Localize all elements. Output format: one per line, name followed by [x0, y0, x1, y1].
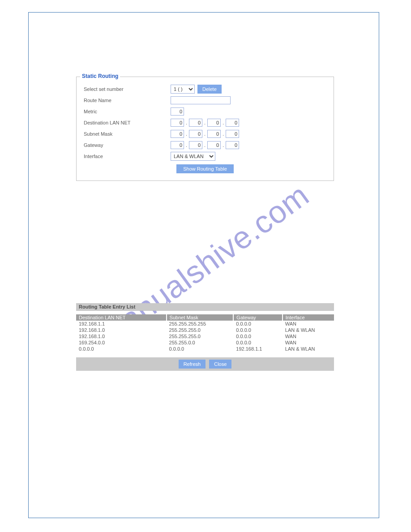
table-row: 192.168.1.0 255.255.255.0 0.0.0.0 WAN: [76, 333, 334, 339]
cell: 192.168.1.0: [76, 333, 167, 339]
cell: 192.168.1.1: [76, 321, 167, 327]
cell: 169.254.0.0: [76, 339, 167, 346]
label-dest-lan: Destination LAN NET: [83, 120, 171, 125]
routing-table: Destination LAN NET Subnet Mask Gateway …: [76, 314, 334, 352]
table-row: 0.0.0.0 0.0.0.0 192.168.1.1 LAN & WLAN: [76, 346, 334, 352]
cell: 255.255.255.255: [167, 321, 234, 327]
dot: .: [223, 120, 224, 125]
gateway-octet-1[interactable]: [189, 141, 202, 149]
cell: 0.0.0.0: [233, 333, 282, 339]
col-interface: Interface: [283, 314, 334, 321]
show-routing-table-button[interactable]: Show Routing Table: [176, 164, 234, 173]
dest-octet-1[interactable]: [189, 119, 202, 127]
select-set-number[interactable]: 1 ( ): [171, 85, 195, 94]
cell: 255.255.255.0: [167, 333, 234, 339]
cell: 0.0.0.0: [233, 321, 282, 327]
routing-table-footer: Refresh Close: [76, 357, 334, 371]
dest-octet-3[interactable]: [226, 119, 239, 127]
subnet-octet-3[interactable]: [226, 130, 239, 138]
table-row: 192.168.1.0 255.255.255.0 0.0.0.0 LAN & …: [76, 327, 334, 333]
cell: 192.168.1.0: [76, 327, 167, 333]
label-gateway: Gateway: [83, 142, 171, 148]
table-row: 169.254.0.0 255.255.0.0 0.0.0.0 WAN: [76, 339, 334, 346]
label-interface: Interface: [83, 154, 171, 159]
cell: WAN: [283, 339, 334, 346]
subnet-octet-1[interactable]: [189, 130, 202, 138]
cell: 0.0.0.0: [233, 339, 282, 346]
gateway-octet-3[interactable]: [226, 141, 239, 149]
dot: .: [186, 120, 187, 125]
cell: LAN & WLAN: [283, 346, 334, 352]
cell: 255.255.0.0: [167, 339, 234, 346]
static-routing-panel: Static Routing Select set number 1 ( ) D…: [76, 77, 334, 181]
cell: LAN & WLAN: [283, 327, 334, 333]
table-row: 192.168.1.1 255.255.255.255 0.0.0.0 WAN: [76, 321, 334, 327]
panel-legend: Static Routing: [80, 73, 120, 79]
cell: 255.255.255.0: [167, 327, 234, 333]
page-frame: manualshive.com Static Routing Select se…: [28, 12, 379, 518]
label-select-set: Select set number: [83, 86, 171, 92]
dot: .: [204, 142, 206, 148]
routing-table-section: Routing Table Entry List Destination LAN…: [76, 303, 334, 371]
col-subnet: Subnet Mask: [167, 314, 234, 321]
dot: .: [204, 120, 206, 125]
label-subnet: Subnet Mask: [83, 131, 171, 137]
subnet-octet-2[interactable]: [207, 130, 221, 138]
gateway-octet-2[interactable]: [207, 141, 221, 149]
dot: .: [223, 131, 224, 137]
route-name-input[interactable]: [171, 96, 231, 104]
interface-select[interactable]: LAN & WLAN: [171, 152, 215, 161]
refresh-button[interactable]: Refresh: [179, 360, 206, 369]
cell: 0.0.0.0: [76, 346, 167, 352]
metric-input[interactable]: [171, 107, 184, 116]
subnet-octet-0[interactable]: [171, 130, 184, 138]
delete-button[interactable]: Delete: [197, 85, 222, 94]
dot: .: [186, 131, 187, 137]
label-metric: Metric: [83, 109, 171, 114]
dest-octet-2[interactable]: [207, 119, 221, 127]
dot: .: [223, 142, 224, 148]
dest-octet-0[interactable]: [171, 119, 184, 127]
cell: 192.168.1.1: [233, 346, 282, 352]
gateway-octet-0[interactable]: [171, 141, 184, 149]
close-button[interactable]: Close: [209, 360, 231, 369]
label-route-name: Route Name: [83, 98, 171, 103]
cell: WAN: [283, 333, 334, 339]
cell: WAN: [283, 321, 334, 327]
dot: .: [204, 131, 206, 137]
col-dest: Destination LAN NET: [76, 314, 167, 321]
cell: 0.0.0.0: [233, 327, 282, 333]
routing-table-title: Routing Table Entry List: [76, 303, 334, 311]
cell: 0.0.0.0: [167, 346, 234, 352]
dot: .: [186, 142, 187, 148]
col-gateway: Gateway: [233, 314, 282, 321]
